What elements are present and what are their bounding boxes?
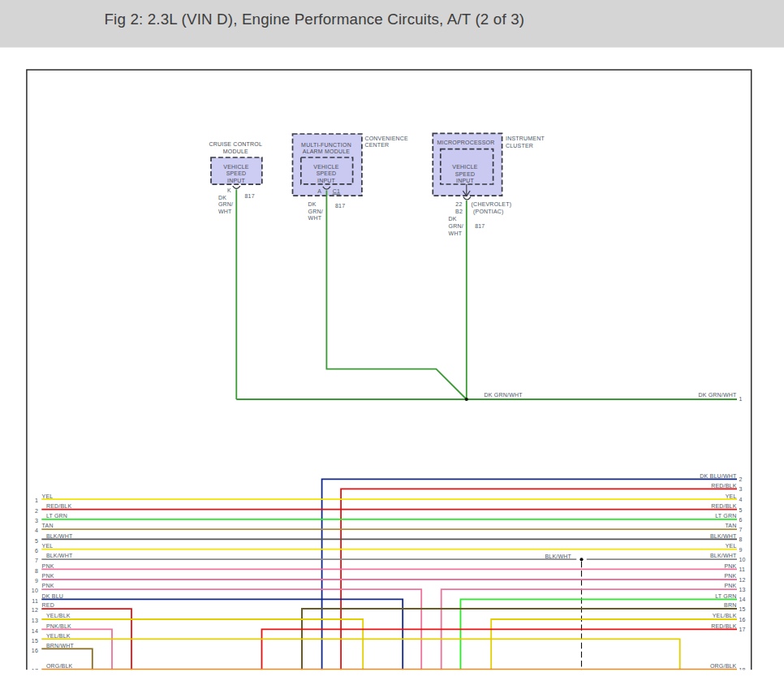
svg-text:SPEED: SPEED — [226, 170, 247, 176]
svg-text:RED/BLK: RED/BLK — [711, 503, 736, 509]
svg-text:SPEED: SPEED — [317, 170, 337, 176]
svg-text:14: 14 — [739, 597, 746, 602]
svg-text:1: 1 — [35, 498, 38, 503]
svg-text:VEHICLE: VEHICLE — [313, 164, 338, 170]
svg-text:TAN: TAN — [42, 523, 54, 528]
svg-text:TAN: TAN — [725, 523, 736, 528]
svg-text:VEHICLE: VEHICLE — [223, 164, 248, 170]
svg-text:4: 4 — [35, 528, 38, 533]
svg-text:DK BLU: DK BLU — [42, 593, 64, 599]
svg-text:16: 16 — [32, 648, 38, 653]
svg-text:ORG/BLK: ORG/BLK — [46, 663, 73, 669]
svg-text:5: 5 — [35, 538, 38, 544]
svg-text:GRN/: GRN/ — [449, 223, 463, 229]
svg-text:12: 12 — [32, 607, 38, 613]
svg-text:817: 817 — [335, 203, 345, 209]
svg-text:RED: RED — [42, 602, 54, 608]
svg-text:WHT: WHT — [218, 209, 232, 214]
svg-text:BRN/WHT: BRN/WHT — [46, 643, 75, 648]
svg-text:(PONTIAC): (PONTIAC) — [473, 209, 504, 215]
svg-text:RED/BLK: RED/BLK — [711, 623, 736, 629]
svg-text:MULTI-FUNCTION: MULTI-FUNCTION — [301, 142, 351, 148]
svg-text:2: 2 — [35, 508, 38, 514]
svg-text:22: 22 — [455, 201, 462, 207]
svg-text:YEL: YEL — [42, 493, 54, 499]
svg-text:2: 2 — [739, 476, 743, 482]
svg-text:LT GRN: LT GRN — [46, 513, 67, 519]
svg-text:LT GRN: LT GRN — [715, 513, 736, 519]
svg-text:INSTRUMENT: INSTRUMENT — [506, 136, 545, 141]
svg-text:8: 8 — [739, 536, 743, 542]
svg-text:ALARM MODULE: ALARM MODULE — [303, 149, 351, 154]
svg-text:817: 817 — [245, 193, 255, 199]
svg-text:YEL: YEL — [726, 493, 737, 499]
svg-text:PNK: PNK — [42, 573, 54, 579]
svg-text:7: 7 — [35, 558, 38, 563]
svg-text:VEHICLE: VEHICLE — [452, 164, 477, 170]
svg-text:B2: B2 — [455, 209, 463, 214]
svg-text:10: 10 — [32, 588, 38, 593]
svg-text:PNK: PNK — [725, 573, 737, 579]
svg-text:CENTER: CENTER — [364, 142, 389, 148]
svg-text:17: 17 — [739, 627, 746, 632]
svg-text:817: 817 — [475, 223, 485, 229]
svg-text:DK BLU/WHT: DK BLU/WHT — [700, 473, 737, 479]
svg-text:PNK/BLK: PNK/BLK — [46, 623, 71, 629]
svg-text:BRN: BRN — [724, 602, 736, 608]
svg-text:11: 11 — [739, 567, 746, 572]
svg-text:CONVENIENCE: CONVENIENCE — [364, 136, 408, 141]
svg-text:LT GRN: LT GRN — [715, 593, 736, 599]
svg-text:PNK: PNK — [725, 583, 737, 588]
svg-text:BLK/WHT: BLK/WHT — [710, 553, 737, 558]
svg-text:CLUSTER: CLUSTER — [506, 143, 533, 149]
svg-text:C1: C1 — [333, 188, 340, 194]
svg-text:12: 12 — [739, 577, 746, 583]
svg-text:MICROPROCESSOR: MICROPROCESSOR — [437, 140, 495, 145]
svg-text:7: 7 — [739, 527, 743, 532]
svg-text:6: 6 — [739, 517, 743, 523]
svg-text:RED/BLK: RED/BLK — [711, 483, 736, 489]
svg-text:GRN/: GRN/ — [218, 201, 233, 207]
svg-text:DK: DK — [449, 216, 457, 222]
svg-text:CRUISE CONTROL: CRUISE CONTROL — [209, 141, 262, 147]
svg-text:15: 15 — [739, 606, 746, 612]
svg-text:BLK/WHT: BLK/WHT — [710, 533, 737, 539]
svg-text:14: 14 — [32, 628, 38, 634]
svg-text:Fig 2: 2.3L (VIN D), Engine Pe: Fig 2: 2.3L (VIN D), Engine Performance … — [105, 11, 525, 28]
svg-text:YEL/BLK: YEL/BLK — [713, 613, 737, 618]
svg-text:ORG/BLK: ORG/BLK — [710, 663, 737, 669]
svg-text:WHT: WHT — [449, 230, 463, 236]
svg-text:PNK: PNK — [42, 563, 54, 569]
svg-text:YEL/BLK: YEL/BLK — [46, 613, 71, 618]
svg-text:GRN/: GRN/ — [308, 209, 323, 214]
svg-text:RED/BLK: RED/BLK — [46, 503, 71, 509]
svg-text:DK GRN/WHT: DK GRN/WHT — [485, 392, 523, 398]
svg-text:5: 5 — [739, 507, 743, 513]
svg-text:DK: DK — [308, 201, 317, 207]
svg-text:YEL/BLK: YEL/BLK — [46, 633, 71, 639]
svg-text:INPUT: INPUT — [317, 178, 336, 183]
svg-text:WHT: WHT — [308, 215, 322, 221]
svg-text:INPUT: INPUT — [456, 178, 475, 183]
svg-text:3: 3 — [35, 518, 38, 523]
svg-text:DK GRN/WHT: DK GRN/WHT — [698, 392, 737, 398]
svg-text:MODULE: MODULE — [223, 149, 248, 154]
svg-text:4: 4 — [739, 497, 743, 502]
svg-text:BLK/WHT: BLK/WHT — [46, 533, 73, 539]
svg-text:3: 3 — [739, 486, 743, 492]
svg-text:(CHEVROLET): (CHEVROLET) — [472, 201, 512, 208]
svg-text:13: 13 — [739, 587, 746, 592]
svg-text:A: A — [317, 188, 321, 194]
svg-text:10: 10 — [739, 557, 746, 562]
svg-text:11: 11 — [32, 598, 38, 604]
svg-text:PNK: PNK — [42, 583, 54, 588]
svg-text:BLK/WHT: BLK/WHT — [46, 553, 73, 558]
svg-text:INPUT: INPUT — [227, 178, 246, 183]
svg-text:13: 13 — [32, 618, 38, 623]
svg-text:6: 6 — [35, 548, 38, 554]
svg-text:DK: DK — [218, 195, 226, 200]
svg-text:YEL: YEL — [42, 543, 54, 549]
svg-text:15: 15 — [32, 638, 38, 644]
svg-text:16: 16 — [739, 617, 746, 623]
svg-text:1: 1 — [739, 396, 743, 402]
